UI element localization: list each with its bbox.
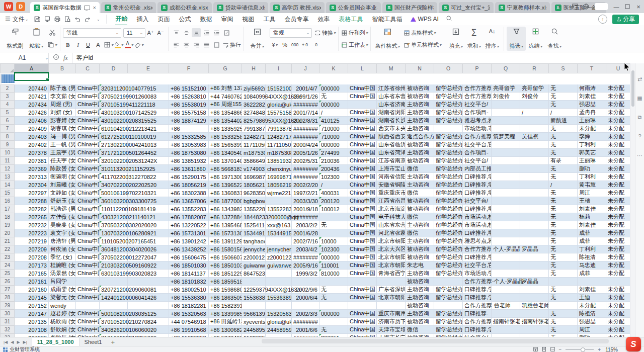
cell-M17[interactable]: 北京市海淀 xyxy=(377,205,406,213)
maximize-button[interactable] xyxy=(622,2,633,12)
docer-icon[interactable]: D xyxy=(16,2,25,11)
undo-icon[interactable] xyxy=(72,15,83,24)
cell-S8[interactable]: 无 xyxy=(549,133,578,141)
cell-N32[interactable]: 微信 xyxy=(406,326,434,334)
cell-F5[interactable]: +86 15575158 xyxy=(169,109,209,117)
cell-O6[interactable]: 留学总经办 xyxy=(434,117,463,125)
cell-Q4[interactable] xyxy=(492,101,520,109)
cell-A25[interactable]: 207165 xyxy=(15,270,49,278)
row-header-22[interactable]: 22 xyxy=(1,245,15,253)
find-button[interactable]: 查找▾ xyxy=(545,27,564,51)
cell-O7[interactable] xyxy=(434,125,463,133)
zoom-out-button[interactable]: − xyxy=(558,347,561,352)
cell-O9[interactable]: 留学总经办 xyxy=(434,141,463,149)
cell-R28[interactable] xyxy=(520,294,549,302)
cell-G15[interactable]: +86 1360831276 xyxy=(209,189,242,197)
cell-A29[interactable]: 207152 xyxy=(15,302,49,310)
document-tab-0[interactable]: S英国留学生数据.xlsx× xyxy=(30,2,99,13)
col-header-K[interactable]: K xyxy=(319,64,348,73)
cell-U24[interactable]: 未分配 xyxy=(606,261,630,270)
filter-button[interactable]: 筛选▾ xyxy=(507,27,526,51)
cell-S4[interactable]: 无 xyxy=(549,101,578,109)
cell-F16[interactable]: +86 13657006 xyxy=(169,197,209,205)
cell-B22[interactable]: 何依涵 (女) xyxy=(49,245,76,253)
cell-U27[interactable]: 未分配 xyxy=(606,286,630,294)
cell-S29[interactable] xyxy=(549,302,578,310)
name-box[interactable]: A1 ⌄ xyxy=(0,53,49,63)
cell-I25[interactable] xyxy=(266,270,292,278)
cell-R21[interactable] xyxy=(520,237,549,245)
cell-K32[interactable]: 无 xyxy=(319,326,348,334)
cell-Q20[interactable] xyxy=(492,229,520,237)
cell-R23[interactable] xyxy=(520,253,549,261)
cell-J32[interactable]: 2001/6/6 xyxy=(292,326,319,334)
cell-G19[interactable]: +86 1395468251 xyxy=(209,221,242,229)
document-tab-2[interactable]: S成都公积金.xlsx xyxy=(157,2,212,13)
cell-C2[interactable]: China中国 xyxy=(76,84,100,93)
cell-H10[interactable]: m1875308 xyxy=(242,149,266,157)
cell-U3[interactable]: 未分配 xyxy=(606,93,630,101)
cell-G23[interactable]: +86 1506607386 xyxy=(209,253,242,261)
cell-D19[interactable]: 370503200302020020 xyxy=(100,221,128,229)
cell-J4[interactable]: ######## xyxy=(292,101,319,109)
col-header-B[interactable]: B xyxy=(49,64,76,73)
cell-L11[interactable]: China中国 xyxy=(348,157,377,165)
cell-G24[interactable]: +86 1850103098 xyxy=(209,261,242,270)
cell-A22[interactable]: 207209 xyxy=(15,245,49,253)
cell-D16[interactable]: 360103200303300725 xyxy=(100,197,128,205)
cell-U23[interactable]: 未分配 xyxy=(606,253,630,261)
cell-H20[interactable]: 153449155 xyxy=(242,229,266,237)
cell-H26[interactable] xyxy=(242,278,266,286)
borders-button[interactable]: ▾ xyxy=(104,40,113,49)
cell-U7[interactable]: 未分配 xyxy=(606,125,630,133)
cell-M24[interactable]: 北京市朝阳 xyxy=(377,261,406,270)
cell-F27[interactable]: +86 18002510 xyxy=(169,286,209,294)
cell-H8[interactable]: 124827175 xyxy=(242,133,266,141)
cell-A4[interactable]: 207434 xyxy=(15,101,49,109)
cell-C3[interactable]: China中国 xyxy=(76,93,100,101)
cell-U28[interactable]: 未分配 xyxy=(606,294,630,302)
cell-N23[interactable]: 被动咨询 xyxy=(406,253,434,261)
cell-B8[interactable]: 冯一博 (男) xyxy=(49,133,76,141)
cell-K5[interactable]: / xyxy=(319,109,348,117)
align-center-icon[interactable] xyxy=(182,40,191,49)
cell-P32[interactable]: 口碑推荐,学 xyxy=(463,326,492,334)
cell-F2[interactable]: +86 15152100 xyxy=(169,84,209,93)
cell-U32[interactable]: 未分配 xyxy=(606,326,630,334)
cell-S12[interactable]: 无 xyxy=(549,165,578,173)
cut-icon[interactable] xyxy=(47,28,57,37)
cell-O12[interactable]: 留学总经办 xyxy=(434,165,463,173)
cell-B13[interactable]: 衡琬明 (女) xyxy=(49,173,76,181)
cell-U19[interactable]: 未分配 xyxy=(606,221,630,229)
cell-D28[interactable]: 142401200006041426 xyxy=(100,294,128,302)
row-header-26[interactable]: 26 xyxy=(1,278,15,286)
cell-H4[interactable]: 362228235 xyxy=(242,101,266,109)
cell-M31[interactable]: 济南市历下 xyxy=(377,318,406,326)
cell-G4[interactable]: +86 周煜155380 xyxy=(209,101,242,109)
fx-icon[interactable]: fx xyxy=(63,54,68,62)
cell-I8[interactable]: 124827175 xyxy=(266,133,292,141)
cell-C21[interactable]: China中国 xyxy=(76,237,100,245)
cell-N11[interactable]: 被动咨询 xyxy=(406,157,434,165)
menu-item-工具[interactable]: 工具 xyxy=(263,14,275,25)
cell-O20[interactable]: 留学总经办 xyxy=(434,229,463,237)
cell-G8[interactable]: +86 1533258500 xyxy=(209,133,242,141)
font-size-select[interactable]: 11⌄ xyxy=(123,28,145,38)
cell-D18[interactable]: 430321200211140121 xyxy=(100,213,128,221)
cell-F21[interactable]: +86 13901242 xyxy=(169,237,209,245)
cell-G22[interactable]: +86 1580156591 xyxy=(209,245,242,253)
cell-D25[interactable]: 630103199903020823 xyxy=(100,270,128,278)
decrease-indent-icon[interactable] xyxy=(202,28,211,37)
cell-F28[interactable]: +86 15536380 xyxy=(169,294,209,302)
menu-item-效率[interactable]: 效率 xyxy=(317,14,330,25)
row-header-12[interactable]: 12 xyxy=(1,165,15,173)
cell-T9[interactable]: 丁利利 xyxy=(578,141,606,149)
cell-R4[interactable] xyxy=(520,101,549,109)
cell-L29[interactable] xyxy=(348,302,377,310)
cell-A9[interactable]: 207402 xyxy=(15,141,49,149)
globe-icon[interactable] xyxy=(581,2,592,12)
cell-R19[interactable] xyxy=(520,221,549,229)
cell-K20[interactable] xyxy=(319,229,348,237)
cell-M15[interactable]: 重庆重庆市 xyxy=(377,189,406,197)
col-header-O[interactable]: O xyxy=(434,64,463,73)
